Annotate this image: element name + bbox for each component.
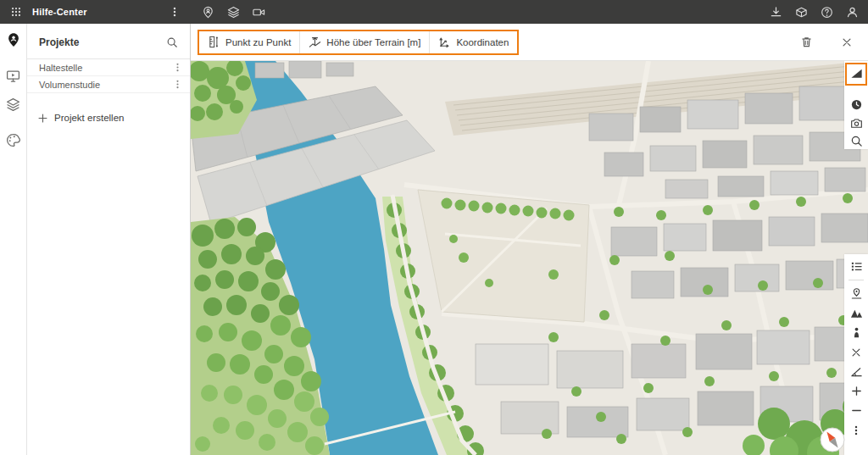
title-overflow-menu-icon[interactable]: [165, 3, 184, 21]
topbar-right-actions: [766, 3, 861, 21]
zoom-out-icon[interactable]: [848, 402, 865, 419]
tool-label: Höhe über Terrain [m]: [326, 37, 420, 47]
panel-title: Projekte: [39, 36, 79, 48]
left-icon-rail: [0, 24, 27, 455]
search-icon[interactable]: [848, 133, 865, 149]
project-name: Volumenstudie: [39, 80, 100, 90]
slope-icon[interactable]: [848, 363, 865, 380]
person-pin-icon[interactable]: [199, 3, 218, 21]
help-icon[interactable]: [817, 3, 836, 21]
user-icon[interactable]: [843, 3, 861, 21]
map-right-bottom-tools: [844, 254, 868, 455]
project-row-menu-icon[interactable]: [170, 60, 185, 75]
angle-measure-icon[interactable]: [848, 65, 865, 81]
rail-projects-pin-icon[interactable]: [3, 29, 25, 51]
map-viewport[interactable]: [191, 61, 868, 455]
tool-punkt-zu-punkt[interactable]: Punkt zu Punkt: [199, 31, 300, 53]
map-right-top-tools: [844, 61, 868, 149]
package-icon[interactable]: [792, 3, 810, 21]
create-project-label: Projekt erstellen: [54, 113, 124, 123]
app-title: Hilfe-Center: [32, 7, 87, 17]
angle-tool-highlight: [845, 63, 867, 86]
measure-tools-highlight: Punkt zu Punkt Höhe über Terrain [m] Koo…: [198, 30, 519, 55]
tool-label: Punkt zu Punkt: [225, 37, 291, 47]
video-icon[interactable]: [250, 3, 269, 21]
close-icon[interactable]: [837, 33, 856, 52]
project-row-menu-icon[interactable]: [170, 77, 185, 92]
clear-measure-icon[interactable]: [848, 344, 865, 360]
tool-hoehe-ueber-terrain[interactable]: Höhe über Terrain [m]: [300, 31, 430, 53]
apps-grid-icon[interactable]: [7, 3, 25, 21]
more-options-icon[interactable]: [848, 422, 865, 438]
project-row[interactable]: Volumenstudie: [27, 76, 190, 93]
map-area: Punkt zu Punkt Höhe über Terrain [m] Koo…: [191, 24, 868, 455]
divider: [849, 280, 864, 280]
camera-icon[interactable]: [848, 115, 865, 131]
height-icon: [309, 36, 321, 48]
coordinates-icon: [438, 36, 451, 48]
ruler-icon: [208, 36, 220, 48]
plus-icon: [37, 113, 48, 124]
streetview-icon[interactable]: [848, 325, 865, 341]
rail-layers-icon[interactable]: [3, 93, 25, 115]
layers-icon[interactable]: [225, 3, 243, 21]
scene-tools: [199, 3, 269, 21]
zoom-in-icon[interactable]: [848, 383, 865, 399]
measure-toolbar-actions: [797, 33, 868, 52]
rail-palette-icon[interactable]: [3, 129, 25, 151]
measure-toolbar: Punkt zu Punkt Höhe über Terrain [m] Koo…: [191, 24, 868, 61]
topbar: Hilfe-Center: [0, 0, 868, 24]
city-3d-scene[interactable]: [191, 61, 868, 455]
history-clock-icon[interactable]: [848, 97, 865, 113]
projects-panel-header: Projekte: [27, 24, 190, 59]
download-icon[interactable]: [766, 3, 785, 21]
tool-label: Koordinaten: [456, 37, 509, 47]
pin-level-icon[interactable]: [848, 286, 865, 302]
project-name: Haltestelle: [39, 63, 82, 73]
create-project-button[interactable]: Projekt erstellen: [37, 108, 124, 127]
compass-button[interactable]: [819, 426, 846, 453]
projects-panel: Projekte Haltestelle Volumenstudie Proje…: [27, 24, 191, 455]
project-row[interactable]: Haltestelle: [27, 59, 190, 76]
terrain-icon[interactable]: [848, 305, 865, 321]
rail-screen-icon[interactable]: [3, 64, 25, 86]
legend-list-icon[interactable]: [848, 258, 865, 275]
search-icon[interactable]: [164, 35, 180, 50]
tool-koordinaten[interactable]: Koordinaten: [430, 31, 517, 53]
trash-icon[interactable]: [797, 33, 815, 52]
